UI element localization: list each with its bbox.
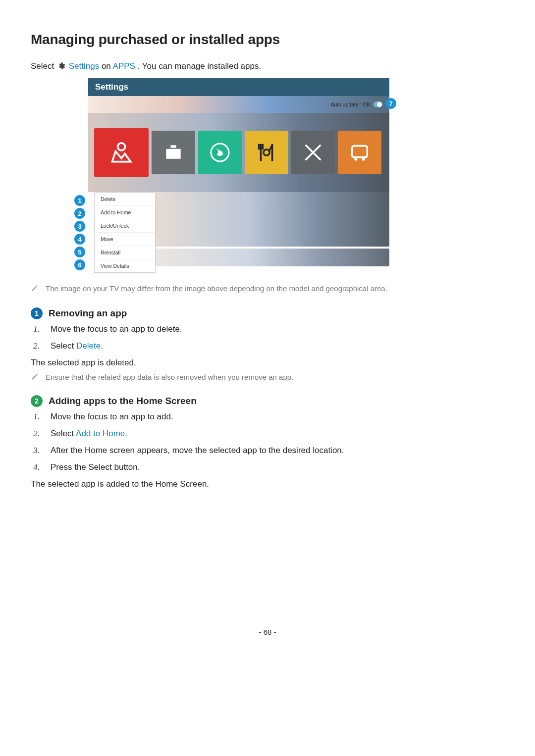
app-tile-selected[interactable] (94, 128, 149, 177)
callout-badge-6: 6 (74, 259, 85, 270)
app-data-note: Ensure that the related app data is also… (31, 373, 504, 381)
section-2-result: The selected app is added to the Home Sc… (31, 479, 504, 489)
menu-add-to-home[interactable]: Add to Home (95, 206, 155, 219)
svg-point-2 (264, 150, 269, 155)
callout-badge-7: 7 (385, 98, 396, 109)
callout-badge-5: 5 (74, 247, 85, 257)
step-text: Press the Select button. (47, 462, 140, 472)
section-2-steps: 1. Move the focus to an app to add. 2. S… (31, 412, 504, 472)
section-1-steps: 1. Move the focus to an app to delete. 2… (31, 324, 504, 351)
briefcase-icon (162, 142, 184, 163)
app-tiles-row (88, 113, 389, 192)
step-text: After the Home screen appears, move the … (47, 446, 344, 455)
app-tile[interactable] (291, 131, 335, 174)
step-number: 1. (31, 412, 40, 422)
tv-lower-blur-band (156, 192, 389, 247)
section-2-header: 2 Adding apps to the Home Screen (31, 395, 504, 407)
settings-link: Settings (69, 61, 99, 71)
intro-on: on (102, 61, 113, 71)
list-item: 3. After the Home screen appears, move t… (31, 446, 504, 455)
image-differ-text: The image on your TV may differ from the… (46, 284, 387, 293)
step-number: 2. (31, 341, 40, 351)
svg-point-4 (354, 157, 357, 160)
auto-update-toggle[interactable] (374, 101, 382, 107)
callout-badge-2: 2 (74, 208, 85, 219)
list-item: 1. Move the focus to an app to add. (31, 412, 504, 422)
callout-badge-3: 3 (74, 221, 85, 232)
menu-move[interactable]: Move (95, 233, 155, 246)
step-number: 3. (31, 446, 40, 455)
user-art-icon (107, 139, 135, 166)
delete-link: Delete (76, 341, 101, 351)
page-title: Managing purchased or installed apps (31, 32, 504, 48)
app-tile[interactable] (152, 131, 195, 174)
food-icon (255, 141, 278, 164)
callout-badge-1: 1 (74, 195, 85, 206)
tv-settings-title: Settings (95, 82, 128, 92)
list-item: 2. Select Delete. (31, 341, 504, 351)
tv-top-strip: Auto update : ON (88, 96, 389, 113)
intro-paragraph: Select Settings on APPS . You can manage… (31, 61, 504, 71)
list-item: 1. Move the focus to an app to delete. (31, 324, 504, 334)
page-number: - 68 - (31, 628, 504, 636)
bus-icon (348, 141, 371, 164)
tools-icon (302, 141, 324, 164)
tv-settings-header: Settings (88, 78, 389, 96)
step-prefix: Select (51, 341, 76, 351)
apps-link: APPS (113, 61, 135, 71)
list-item: 4. Press the Select button. (31, 462, 504, 472)
menu-view-details[interactable]: View Details (95, 259, 155, 272)
section-2-title: Adding apps to the Home Screen (49, 396, 197, 406)
svg-rect-3 (352, 146, 368, 157)
image-differ-note: The image on your TV may differ from the… (31, 284, 504, 293)
svg-point-0 (118, 143, 125, 151)
app-tile[interactable] (338, 131, 381, 174)
menu-lock-unlock[interactable]: Lock/Unlock (95, 219, 155, 233)
section-1-header: 1 Removing an app (31, 307, 504, 319)
step-suffix: . (125, 429, 127, 438)
intro-suffix: . You can manage installed apps. (138, 61, 262, 71)
step-suffix: . (101, 341, 103, 351)
step-number: 4. (31, 462, 40, 472)
svg-point-5 (362, 157, 365, 160)
context-menu: Delete Add to Home Lock/Unlock Move Rein… (94, 192, 156, 273)
intro-prefix: Select (31, 61, 56, 71)
step-prefix: Select (51, 429, 76, 438)
app-data-note-text: Ensure that the related app data is also… (46, 373, 293, 381)
step-number: 2. (31, 429, 40, 439)
menu-reinstall[interactable]: Reinstall (95, 246, 155, 259)
section-2-badge: 2 (31, 395, 43, 407)
step-text: Select Delete. (47, 341, 103, 351)
pencil-icon (31, 373, 39, 381)
auto-update-label: Auto update : ON (331, 102, 371, 107)
app-tile[interactable] (198, 131, 242, 174)
step-text: Move the focus to an app to add. (47, 412, 173, 422)
section-1-title: Removing an app (49, 308, 127, 319)
globe-icon (208, 141, 232, 164)
add-to-home-link: Add to Home (76, 429, 125, 438)
list-item: 2. Select Add to Home. (31, 429, 504, 439)
step-text: Select Add to Home. (47, 429, 127, 439)
step-text: Move the focus to an app to delete. (47, 324, 182, 334)
tv-illustration: Settings Auto update : ON (88, 78, 389, 266)
section-1-badge: 1 (31, 307, 43, 319)
app-tile[interactable] (245, 131, 288, 174)
step-number: 1. (31, 324, 40, 334)
callout-badge-4: 4 (74, 234, 85, 245)
tv-lower-blur-band-2 (156, 249, 389, 266)
section-1-result: The selected app is deleted. (31, 358, 504, 368)
menu-delete[interactable]: Delete (95, 193, 155, 206)
pencil-icon (31, 284, 39, 292)
gear-icon (57, 62, 65, 70)
